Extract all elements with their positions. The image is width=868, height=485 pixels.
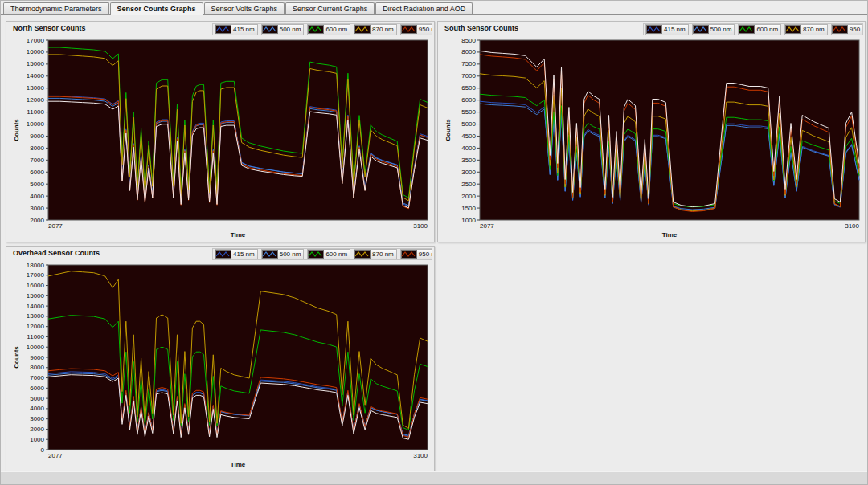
svg-text:6500: 6500 xyxy=(461,84,476,92)
svg-text:11000: 11000 xyxy=(27,333,44,340)
svg-text:2000: 2000 xyxy=(30,217,44,224)
svg-text:Counts: Counts xyxy=(13,119,20,141)
svg-text:8000: 8000 xyxy=(30,364,44,371)
legend-item-500-nm[interactable]: 500 nm xyxy=(261,24,305,35)
svg-text:Time: Time xyxy=(662,231,678,238)
legend-swatch-icon xyxy=(401,250,417,259)
svg-text:5000: 5000 xyxy=(30,395,44,402)
svg-text:2077: 2077 xyxy=(48,452,63,459)
svg-text:4000: 4000 xyxy=(461,145,476,152)
svg-text:7000: 7000 xyxy=(30,374,44,381)
svg-text:13000: 13000 xyxy=(27,84,45,92)
svg-text:Counts: Counts xyxy=(444,119,452,141)
legend-label: 950 nm xyxy=(850,26,863,33)
legend-swatch-icon xyxy=(262,250,278,259)
legend-item-870-nm[interactable]: 870 nm xyxy=(354,249,397,260)
legend-label: 500 nm xyxy=(710,26,732,33)
svg-text:Time: Time xyxy=(231,461,246,468)
legend-swatch-icon xyxy=(785,25,801,34)
legend-item-870-nm[interactable]: 870 nm xyxy=(784,24,828,35)
svg-text:8500: 8500 xyxy=(461,37,476,44)
svg-text:2077: 2077 xyxy=(480,222,494,230)
legend-swatch-icon xyxy=(308,250,324,259)
legend-swatch-icon xyxy=(262,25,278,34)
north-sensor-chart[interactable]: 2000300040005000600070008000900010000110… xyxy=(10,35,431,239)
legend-item-600-nm[interactable]: 600 nm xyxy=(738,24,781,35)
svg-text:7000: 7000 xyxy=(30,157,44,164)
legend-swatch-icon xyxy=(646,25,662,34)
svg-text:6000: 6000 xyxy=(30,385,44,392)
legend-overhead: 415 nm500 nm600 nm870 nm950 nm xyxy=(212,248,432,260)
legend-item-415-nm[interactable]: 415 nm xyxy=(215,24,258,35)
svg-text:4500: 4500 xyxy=(461,132,476,140)
svg-text:18000: 18000 xyxy=(27,262,45,269)
svg-text:3000: 3000 xyxy=(461,169,476,176)
legend-swatch-icon xyxy=(354,250,371,259)
legend-south: 415 nm500 nm600 nm870 nm950 nm xyxy=(643,23,863,35)
legend-item-500-nm[interactable]: 500 nm xyxy=(692,24,735,35)
overhead-sensor-chart[interactable]: 0100020003000400050006000700080009000100… xyxy=(10,260,431,469)
legend-item-600-nm[interactable]: 600 nm xyxy=(307,249,350,260)
svg-text:3100: 3100 xyxy=(845,222,859,230)
legend-item-950-nm[interactable]: 950 nm xyxy=(400,24,432,35)
legend-label: 415 nm xyxy=(233,251,255,258)
horizontal-scrollbar[interactable] xyxy=(1,471,867,484)
svg-text:5000: 5000 xyxy=(461,120,476,128)
legend-item-870-nm[interactable]: 870 nm xyxy=(354,24,397,35)
legend-item-415-nm[interactable]: 415 nm xyxy=(645,24,689,35)
svg-text:10000: 10000 xyxy=(27,120,45,128)
legend-swatch-icon xyxy=(832,25,848,34)
tab-thermodynamic-parameters[interactable]: Thermodynamic Parameters xyxy=(3,2,109,14)
legend-item-415-nm[interactable]: 415 nm xyxy=(215,249,258,260)
legend-label: 500 nm xyxy=(280,251,301,258)
south-sensor-panel: South Sensor Counts 415 nm500 nm600 nm87… xyxy=(437,21,866,243)
tab-sensor-current-graphs[interactable]: Sensor Current Graphs xyxy=(285,2,375,14)
legend-swatch-icon xyxy=(215,25,231,34)
south-sensor-chart[interactable]: 1000150020002500300035004000450050005500… xyxy=(441,35,862,239)
svg-text:8000: 8000 xyxy=(461,48,476,55)
svg-text:Time: Time xyxy=(231,231,246,238)
tab-direct-radiation-and-aod[interactable]: Direct Radiation and AOD xyxy=(375,2,473,14)
svg-text:2000: 2000 xyxy=(30,426,44,433)
tab-page-sensor-counts: North Sensor Counts 415 nm500 nm600 nm87… xyxy=(1,14,867,471)
svg-text:17000: 17000 xyxy=(27,37,45,44)
legend-item-600-nm[interactable]: 600 nm xyxy=(307,24,350,35)
svg-text:12000: 12000 xyxy=(27,323,45,330)
legend-swatch-icon xyxy=(308,25,324,34)
legend-swatch-icon xyxy=(215,250,231,259)
legend-item-950-nm[interactable]: 950 nm xyxy=(400,249,432,260)
svg-text:7500: 7500 xyxy=(461,60,476,67)
legend-item-950-nm[interactable]: 950 nm xyxy=(831,24,863,35)
svg-text:2500: 2500 xyxy=(461,181,476,188)
legend-item-500-nm[interactable]: 500 nm xyxy=(261,249,305,260)
legend-label: 415 nm xyxy=(233,26,255,33)
tab-bar: Thermodynamic Parameters Sensor Counts G… xyxy=(1,1,867,14)
tab-sensor-volts-graphs[interactable]: Sensor Volts Graphs xyxy=(204,2,285,14)
svg-text:5500: 5500 xyxy=(461,108,476,116)
svg-text:3000: 3000 xyxy=(30,415,44,422)
legend-label: 870 nm xyxy=(372,26,394,33)
svg-text:Counts: Counts xyxy=(13,346,20,369)
legend-swatch-icon xyxy=(739,25,755,34)
north-sensor-panel: North Sensor Counts 415 nm500 nm600 nm87… xyxy=(6,21,435,243)
legend-swatch-icon xyxy=(401,25,417,34)
svg-text:15000: 15000 xyxy=(27,292,45,300)
svg-text:9000: 9000 xyxy=(30,354,44,361)
svg-text:1000: 1000 xyxy=(30,436,44,443)
legend-swatch-icon xyxy=(354,25,371,34)
tab-sensor-counts-graphs[interactable]: Sensor Counts Graphs xyxy=(110,2,203,15)
svg-text:5000: 5000 xyxy=(30,181,44,188)
legend-label: 600 nm xyxy=(756,26,778,33)
svg-text:6000: 6000 xyxy=(461,96,476,104)
svg-text:9000: 9000 xyxy=(30,132,44,140)
legend-label: 500 nm xyxy=(280,26,301,33)
svg-text:3100: 3100 xyxy=(413,222,428,230)
svg-text:13000: 13000 xyxy=(27,312,45,320)
panel-title-north: North Sensor Counts xyxy=(13,24,86,32)
svg-text:10000: 10000 xyxy=(27,344,45,351)
legend-label: 870 nm xyxy=(803,26,825,33)
legend-swatch-icon xyxy=(693,25,709,34)
svg-text:7000: 7000 xyxy=(461,72,476,79)
svg-text:3000: 3000 xyxy=(30,205,44,212)
legend-north: 415 nm500 nm600 nm870 nm950 nm xyxy=(212,23,432,35)
